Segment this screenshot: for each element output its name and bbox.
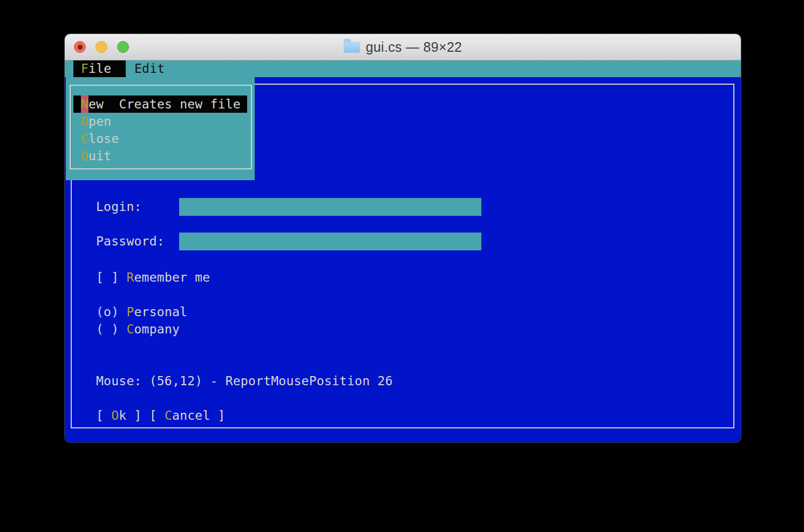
menu-item-open-hotkey: O bbox=[81, 114, 88, 128]
menu-item-close[interactable]: Close bbox=[73, 130, 247, 147]
cancel-bracket-left: [ bbox=[149, 408, 165, 422]
login-label: Login: bbox=[96, 198, 142, 216]
cancel-hotkey: C bbox=[165, 408, 172, 422]
radio-company-label: ompany bbox=[134, 322, 180, 336]
terminal-screen: File Edit Login: Password: [ ] Remember … bbox=[65, 60, 741, 442]
remember-checkbox[interactable]: [ ] Remember me bbox=[96, 269, 210, 286]
folder-icon bbox=[344, 41, 360, 53]
mouse-status: Mouse: (56,12) - ReportMousePosition 26 bbox=[96, 372, 393, 390]
menu-file-hotkey: F bbox=[81, 62, 88, 76]
menu-item-close-hotkey: C bbox=[81, 132, 88, 146]
ok-bracket-left: [ bbox=[96, 408, 111, 422]
menu-item-close-label: lose bbox=[88, 132, 119, 146]
remember-hotkey: R bbox=[126, 270, 134, 284]
radio-personal-hotkey: P bbox=[126, 305, 134, 319]
menu-bar: File Edit bbox=[65, 60, 741, 77]
radio-personal-mark: (o) bbox=[96, 305, 126, 319]
file-menu-dropdown: New Creates new file Open Close Quit bbox=[66, 77, 255, 180]
radio-company-mark: ( ) bbox=[96, 322, 126, 336]
menu-item-quit-hotkey: Q bbox=[81, 149, 88, 163]
menu-item-quit-label: uit bbox=[88, 149, 111, 163]
menu-item-new-help: Creates new file bbox=[104, 97, 241, 111]
button-gap bbox=[142, 408, 149, 422]
ok-label: k ] bbox=[119, 408, 141, 422]
terminal-window: gui.cs — 89×22 File Edit Login: Password… bbox=[65, 34, 741, 442]
window-title-area: gui.cs — 89×22 bbox=[65, 34, 741, 60]
menu-item-new[interactable]: New Creates new file bbox=[73, 96, 247, 113]
cancel-button[interactable]: [ Cancel ] bbox=[149, 408, 226, 422]
radio-company[interactable]: ( ) Company bbox=[96, 320, 180, 338]
menu-item-new-hotkey: N bbox=[81, 96, 88, 113]
menu-file[interactable]: File bbox=[73, 60, 126, 77]
ok-hotkey: O bbox=[111, 408, 119, 422]
titlebar[interactable]: gui.cs — 89×22 bbox=[65, 34, 741, 60]
cancel-label: ancel ] bbox=[172, 408, 226, 422]
password-label: Password: bbox=[96, 233, 165, 250]
menu-item-open[interactable]: Open bbox=[73, 113, 247, 130]
menu-item-quit[interactable]: Quit bbox=[73, 147, 247, 165]
ok-button[interactable]: [ Ok ] bbox=[96, 408, 142, 422]
button-row: [ Ok ] [ Cancel ] bbox=[96, 407, 226, 424]
window-title: gui.cs — 89×22 bbox=[366, 39, 462, 55]
radio-company-hotkey: C bbox=[126, 322, 134, 336]
menu-edit[interactable]: Edit bbox=[127, 60, 172, 77]
menu-edit-label: Edit bbox=[134, 62, 165, 76]
radio-personal-label: ersonal bbox=[134, 305, 188, 319]
password-input[interactable] bbox=[179, 233, 481, 250]
menu-file-label: ile bbox=[88, 62, 111, 76]
remember-label: emember me bbox=[134, 270, 210, 284]
login-input[interactable] bbox=[179, 198, 481, 216]
menu-item-open-label: pen bbox=[88, 114, 111, 128]
menu-item-new-label: ew bbox=[88, 97, 104, 111]
checkbox-brackets: [ ] bbox=[96, 270, 126, 284]
radio-personal[interactable]: (o) Personal bbox=[96, 303, 187, 320]
